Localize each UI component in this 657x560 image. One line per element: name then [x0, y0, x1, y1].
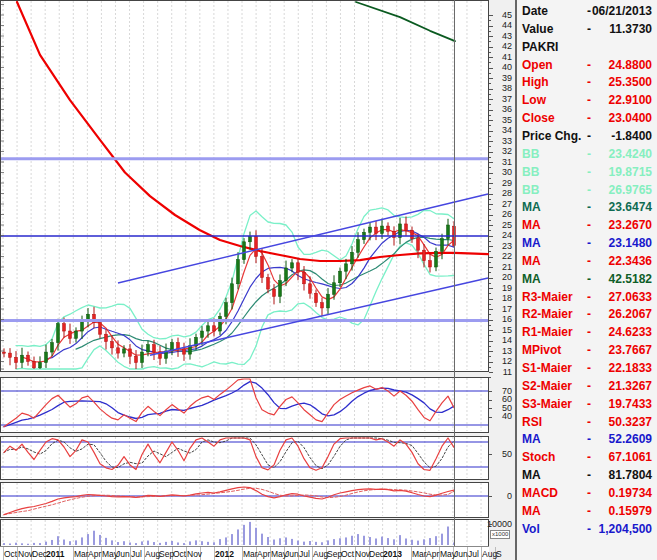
row-separator-dash: - — [587, 165, 591, 179]
data-row-ma: MA-52.2609 — [517, 432, 657, 449]
row-separator-dash: - — [587, 415, 591, 429]
data-row-r1-maier: R1-Maier-24.6233 — [517, 325, 657, 342]
row-value: 23.6474 — [609, 200, 652, 214]
chart-area[interactable] — [0, 0, 489, 546]
row-separator-dash: - — [587, 75, 591, 89]
axis-label: 35 — [502, 116, 512, 125]
axis-tick — [489, 320, 493, 321]
axis-tick — [489, 330, 493, 331]
data-row-ma: MA-81.7804 — [517, 468, 657, 485]
row-label: S3-Maier — [522, 397, 572, 411]
data-row-open: Open-24.8800 — [517, 58, 657, 75]
data-row-r3-maier: R3-Maier-27.0633 — [517, 290, 657, 307]
axis-tick — [489, 454, 492, 455]
axis-label: 38 — [502, 84, 512, 93]
axis-tick — [489, 362, 493, 363]
axis-tick — [489, 194, 493, 195]
axis-label: 26 — [502, 210, 512, 219]
data-row-low: Low-22.9100 — [517, 93, 657, 110]
month-label: Mar — [74, 549, 89, 559]
axis-tick — [489, 73, 491, 74]
axis-label: 21 — [502, 263, 512, 272]
axis-tick — [489, 288, 493, 289]
axis-label: 14 — [502, 336, 512, 345]
row-separator-dash: - — [587, 58, 591, 72]
axis-tick — [489, 346, 491, 347]
row-value: 19.7433 — [609, 397, 652, 411]
month-label: Jul — [468, 549, 479, 559]
row-label: High — [522, 75, 549, 89]
data-row-bb: BB-26.9765 — [517, 183, 657, 200]
row-value: 23.4240 — [609, 147, 652, 161]
axis-tick — [489, 335, 491, 336]
axis-tick — [489, 26, 493, 27]
row-value: 11.3730 — [609, 22, 652, 36]
month-label: Aug — [145, 549, 160, 559]
data-row-high: High-25.3500 — [517, 75, 657, 92]
axis-label: 13 — [502, 347, 512, 356]
row-separator-dash: - — [587, 290, 591, 304]
axis-tick — [489, 400, 492, 401]
axis-tick — [489, 267, 493, 268]
axis-label: 42 — [502, 42, 512, 51]
axis-tick — [489, 20, 491, 21]
axis-tick — [489, 183, 493, 184]
row-label: MA — [522, 504, 541, 518]
axis-tick — [489, 272, 491, 273]
month-label: Oct — [173, 549, 186, 559]
data-row-ma: MA-23.2670 — [517, 218, 657, 235]
data-row-bb: BB-23.4240 — [517, 147, 657, 164]
row-value: 22.9100 — [609, 93, 652, 107]
row-label: BB — [522, 147, 539, 161]
year-label: 2013 — [383, 549, 402, 559]
axis-tick — [489, 341, 493, 342]
row-value: 50.3237 — [609, 415, 652, 429]
axis-tick — [489, 41, 491, 42]
price-axis-gutter: 4544434241403938373635343332313029282726… — [489, 0, 515, 560]
row-label: Date — [522, 4, 548, 18]
axis-label: 33 — [502, 137, 512, 146]
axis-tick — [489, 78, 493, 79]
row-separator-dash: - — [587, 450, 591, 464]
axis-tick — [489, 110, 493, 111]
row-value: 24.6233 — [609, 325, 652, 339]
quote-data-panel: Date-06/21/2013Value-11.3730PAKRIOpen-24… — [515, 0, 657, 560]
axis-tick — [489, 125, 491, 126]
axis-tick — [489, 47, 493, 48]
data-row-ma: MA-23.6474 — [517, 200, 657, 217]
axis-tick — [489, 215, 493, 216]
axis-label: 16 — [502, 315, 512, 324]
axis-label: 43 — [502, 32, 512, 41]
row-separator-dash: - — [587, 468, 591, 482]
axis-tick — [489, 220, 491, 221]
row-separator-dash: - — [587, 397, 591, 411]
row-label: Close — [522, 111, 555, 125]
data-row-close: Close-23.0400 — [517, 111, 657, 128]
axis-tick — [489, 31, 491, 32]
row-separator-dash: - — [587, 272, 591, 286]
axis-label: 18 — [502, 294, 512, 303]
axis-tick — [489, 283, 491, 284]
axis-tick — [489, 36, 493, 37]
data-row-ma: MA-22.3436 — [517, 254, 657, 271]
month-label: Sep — [159, 549, 174, 559]
row-label: S2-Maier — [522, 379, 572, 393]
row-label: PAKRI — [522, 40, 558, 54]
axis-tick — [489, 94, 491, 95]
axis-label: 34 — [502, 126, 512, 135]
row-label: MACD — [522, 486, 558, 500]
row-value: 22.3436 — [609, 254, 652, 268]
crosshair-cursor-line[interactable] — [454, 0, 455, 546]
row-value: 81.7804 — [609, 468, 652, 482]
axis-label: 15 — [502, 326, 512, 335]
axis-tick — [489, 299, 493, 300]
month-label: Apr — [88, 549, 101, 559]
row-value: 67.1061 — [609, 450, 652, 464]
volume-unit-box: x1000 — [490, 530, 510, 539]
month-label: Dec — [369, 549, 384, 559]
axis-label: 44 — [502, 21, 512, 30]
month-label: Mar — [243, 549, 258, 559]
axis-tick — [489, 293, 491, 294]
row-separator-dash: - — [587, 111, 591, 125]
axis-tick — [489, 209, 491, 210]
